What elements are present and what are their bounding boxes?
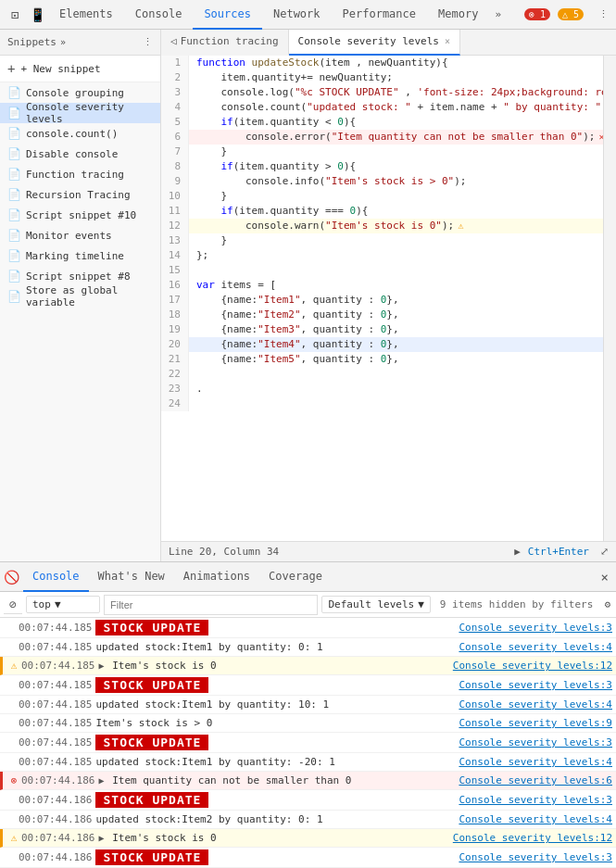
timestamp: 00:07:44.185 [19, 679, 92, 691]
run-icon[interactable]: ▶ [514, 546, 521, 558]
console-row: 00:07:44.186 STOCK UPDATE Console severi… [0, 848, 616, 868]
code-line-error: 6 console.error("Item quantity can not b… [161, 130, 603, 145]
warn-icon: ⚠ [6, 832, 21, 844]
source-link[interactable]: Console severity levels:6 [459, 774, 612, 786]
main-tab-bar: Elements Console Sources Network Perform… [48, 0, 524, 30]
sidebar-item-monitor-events[interactable]: 📄 Monitor events [0, 225, 160, 245]
sidebar-item-label: Recursion Tracing [26, 189, 131, 201]
code-line: 21 {name:"Item5", quantity : 0}, [161, 352, 603, 367]
timestamp: 00:07:44.186 [21, 832, 94, 844]
console-message: ▶ Item's stock is 0 [98, 832, 448, 844]
code-line: 8 if(item.quantity > 0){ [161, 159, 603, 174]
device-toggle-icon[interactable]: 📱 [26, 4, 48, 26]
tab-whats-new[interactable]: What's New [89, 562, 174, 592]
source-link[interactable]: Console severity levels:4 [459, 813, 612, 825]
sidebar-overflow-icon[interactable]: » [60, 37, 66, 47]
code-line: 5 if(item.quantity < 0){ [161, 115, 603, 130]
context-value: top [32, 598, 51, 610]
tab-overflow-icon[interactable]: » [489, 0, 507, 30]
source-link[interactable]: Console severity levels:3 [459, 679, 612, 691]
tab-network[interactable]: Network [262, 0, 332, 30]
close-tab-icon[interactable]: × [445, 36, 450, 46]
console-message: STOCK UPDATE [95, 735, 455, 750]
code-area: ◁ Function tracing Console severity leve… [161, 30, 616, 561]
file-icon: 📄 [7, 249, 21, 262]
expand-icon[interactable]: ⤢ [600, 546, 609, 558]
new-snippet-label: + New snippet [20, 63, 100, 75]
console-clear-icon[interactable]: 🚫 [4, 570, 19, 585]
sidebar-item-function-tracing[interactable]: 📄 Function tracing [0, 164, 160, 184]
tab-memory[interactable]: Memory [427, 0, 489, 30]
sidebar-item-marking-timeline[interactable]: 📄 Marking timeline [0, 245, 160, 266]
code-line: 11 if(item.quantity === 0){ [161, 204, 603, 219]
context-select[interactable]: top ▼ [26, 596, 100, 613]
run-shortcut[interactable]: Ctrl+Enter [528, 546, 589, 558]
stock-update-box: STOCK UPDATE [95, 677, 208, 693]
code-line: 24 [161, 396, 603, 411]
source-link[interactable]: Console severity levels:3 [459, 622, 612, 634]
tab-elements[interactable]: Elements [48, 0, 124, 30]
right-scrollbar[interactable] [603, 56, 616, 541]
sidebar-item-console-severity-levels[interactable]: 📄 Console severity levels [0, 103, 160, 123]
levels-select[interactable]: Default levels ▼ [321, 596, 430, 613]
console-output[interactable]: 00:07:44.185 STOCK UPDATE Console severi… [0, 618, 616, 868]
tab-performance[interactable]: Performance [332, 0, 427, 30]
console-clear-btn[interactable]: ⊘ [4, 596, 22, 614]
source-link[interactable]: Console severity levels:3 [459, 794, 612, 806]
cursor-position: Line 20, Column 34 [169, 546, 279, 558]
code-line: 4 console.count("updated stock: " + item… [161, 100, 603, 115]
expand-arrow-icon[interactable]: ▶ [98, 775, 104, 786]
sidebar-item-disable-console[interactable]: 📄 Disable console [0, 144, 160, 164]
tab-sources[interactable]: Sources [193, 0, 262, 30]
source-link[interactable]: Console severity levels:3 [459, 851, 612, 863]
source-link[interactable]: Console severity levels:4 [459, 641, 612, 653]
code-line-warn: 12 console.warn("Item's stock is 0");⚠ [161, 219, 603, 233]
filter-input[interactable] [104, 595, 318, 615]
code-lines-container[interactable]: 1 function updateStock(item , newQuantit… [161, 56, 603, 541]
tab-console[interactable]: Console [124, 0, 194, 30]
toolbar-right: ⊗ 1 △ 5 ⋮ [524, 5, 612, 24]
source-link[interactable]: Console severity levels:12 [453, 660, 612, 672]
console-settings-icon[interactable]: ⚙ [602, 597, 612, 612]
sidebar-more-icon[interactable]: ⋮ [143, 36, 153, 48]
sidebar-item-console-grouping[interactable]: 📄 Console grouping [0, 82, 160, 103]
sidebar-item-label: Console severity levels [26, 101, 153, 125]
sidebar-item-console-count[interactable]: 📄 console.count() [0, 123, 160, 144]
source-link[interactable]: Console severity levels:4 [459, 756, 612, 768]
more-icon[interactable]: ⋮ [595, 5, 612, 24]
source-link[interactable]: Console severity levels:12 [453, 832, 612, 844]
bottom-close-icon[interactable]: × [597, 566, 612, 588]
sidebar-item-script-8[interactable]: 📄 Script snippet #8 [0, 266, 160, 286]
console-message: STOCK UPDATE [95, 620, 455, 635]
code-tab-function-tracing[interactable]: ◁ Function tracing [161, 30, 289, 56]
source-link[interactable]: Console severity levels:3 [459, 736, 612, 748]
code-tab-console-severity[interactable]: Console severity levels × [289, 30, 460, 56]
tab-animations[interactable]: Animations [174, 562, 259, 592]
sidebar-item-store-global[interactable]: 📄 Store as global variable [0, 286, 160, 307]
code-line: 1 function updateStock(item , newQuantit… [161, 56, 603, 70]
console-message: STOCK UPDATE [95, 849, 455, 865]
sidebar-item-label: Disable console [26, 148, 118, 160]
source-link[interactable]: Console severity levels:4 [459, 698, 612, 711]
expand-arrow-icon[interactable]: ▶ [98, 660, 104, 671]
new-snippet-button[interactable]: + + New snippet [0, 56, 160, 82]
file-icon: 📄 [7, 86, 21, 99]
hidden-items-count: 9 items hidden by filters [434, 598, 599, 610]
sidebar-item-recursion-tracing[interactable]: 📄 Recursion Tracing [0, 184, 160, 205]
code-line-selected: 20 {name:"Item4", quantity : 0}, [161, 337, 603, 352]
timestamp: 00:07:44.185 [21, 660, 94, 672]
file-icon: 📄 [7, 229, 21, 242]
levels-chevron-icon: ▼ [418, 598, 424, 610]
console-row-warn: ⚠ 00:07:44.185 ▶ Item's stock is 0 Conso… [0, 657, 616, 675]
source-link[interactable]: Console severity levels:9 [459, 717, 612, 729]
plus-icon: + [7, 61, 15, 76]
file-icon: 📄 [7, 147, 21, 160]
tab-coverage[interactable]: Coverage [259, 562, 332, 592]
timestamp: 00:07:44.185 [19, 698, 92, 711]
levels-label: Default levels [328, 598, 414, 610]
expand-arrow-icon[interactable]: ▶ [98, 833, 104, 843]
context-chevron-icon: ▼ [55, 598, 61, 610]
inspect-icon[interactable]: ⊡ [4, 4, 26, 26]
tab-console[interactable]: Console [23, 562, 89, 592]
sidebar-item-script-10[interactable]: 📄 Script snippet #10 [0, 205, 160, 225]
